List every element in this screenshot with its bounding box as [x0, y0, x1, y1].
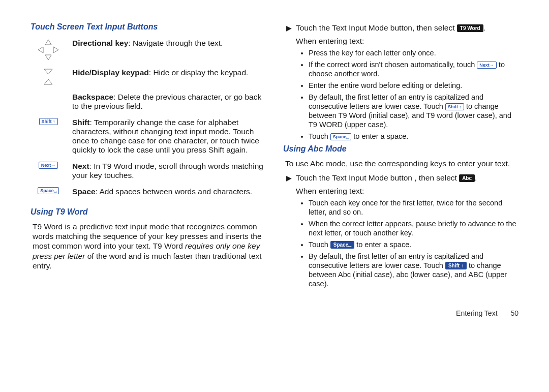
- footer-section: Entering Text: [456, 309, 497, 317]
- shift-key-inline-icon: Shift ↑: [445, 103, 464, 110]
- svg-marker-1: [45, 55, 51, 60]
- t9-bullet-1: Press the key for each letter only once.: [309, 49, 518, 58]
- page-footer: Entering Text 50: [283, 309, 518, 317]
- row-backspace: Backspace: Delete the previous character…: [30, 93, 266, 111]
- next-key-icon: Next→: [33, 162, 64, 169]
- when-entering-1: When entering text:: [296, 37, 485, 46]
- space-key-icon: Space⎵: [33, 187, 64, 194]
- footer-page-number: 50: [510, 309, 518, 317]
- shift-key-icon: Shift ↑: [33, 118, 64, 125]
- t9-bullets: Press the key for each letter only once.…: [283, 49, 518, 141]
- space-key-dark-icon: Space⎵: [330, 241, 354, 249]
- heading-touch-buttons: Touch Screen Text Input Buttons: [30, 22, 266, 32]
- hide-keypad-icon: [33, 68, 64, 85]
- abc-bullet-2: When the correct letter appears, pause b…: [309, 220, 518, 238]
- desc-next: Next: In T9 Word mode, scroll through wo…: [72, 162, 266, 180]
- abc-bullet-1: Touch each key once for the first letter…: [309, 199, 518, 217]
- play-arrow-icon: ▶: [286, 174, 292, 182]
- manual-page: Touch Screen Text Input Buttons Directio…: [0, 0, 549, 392]
- row-shift: Shift ↑ Shift: Temporarily change the ca…: [30, 118, 266, 155]
- row-space: Space⎵ Space: Add spaces between words a…: [30, 187, 266, 196]
- nav-diamond-icon: [33, 39, 64, 61]
- svg-marker-5: [44, 79, 52, 84]
- when-entering-2: When entering text:: [296, 187, 477, 196]
- step-select-abc: ▶ Touch the Text Input Mode button , the…: [283, 173, 518, 196]
- right-column: ▶ Touch the Text Input Mode button, then…: [283, 20, 518, 377]
- heading-t9word: Using T9 Word: [30, 207, 266, 217]
- shift-key-dark-icon: Shift ↑: [445, 262, 467, 269]
- row-directional: Directional key: Navigate through the te…: [30, 39, 266, 61]
- t9-bullet-3: Enter the entire word before editing or …: [309, 81, 518, 91]
- svg-marker-4: [44, 69, 52, 74]
- row-hidekeypad: Hide/Display keypad: Hide or display the…: [30, 68, 266, 85]
- space-key-inline-icon: Space⎵: [330, 133, 352, 140]
- desc-space: Space: Add spaces between words and char…: [72, 187, 266, 196]
- svg-marker-3: [53, 47, 58, 53]
- desc-hidekeypad: Hide/Display keypad: Hide or display the…: [72, 68, 266, 77]
- row-next: Next→ Next: In T9 Word mode, scroll thro…: [30, 162, 266, 180]
- heading-abc-mode: Using Abc Mode: [283, 144, 518, 154]
- desc-backspace: Backspace: Delete the previous character…: [72, 93, 266, 111]
- t9-bullet-4: By default, the first letter of an entry…: [309, 93, 518, 130]
- t9word-badge: T9 Word: [457, 24, 483, 32]
- play-arrow-icon: ▶: [286, 24, 292, 32]
- abc-bullets: Touch each key once for the first letter…: [283, 199, 518, 289]
- svg-marker-0: [45, 40, 51, 45]
- abc-badge: Abc: [459, 174, 475, 182]
- t9-bullet-2: If the correct word isn't chosen automat…: [309, 61, 518, 79]
- step-select-t9: ▶ Touch the Text Input Mode button, then…: [283, 23, 518, 46]
- left-column: Touch Screen Text Input Buttons Directio…: [30, 20, 266, 377]
- next-key-inline-icon: Next→: [477, 62, 497, 69]
- abc-bullet-3: Touch Space⎵ to enter a space.: [309, 240, 518, 250]
- desc-directional: Directional key: Navigate through the te…: [72, 39, 266, 48]
- t9-bullet-5: Touch Space⎵ to enter a space.: [309, 132, 518, 141]
- abc-bullet-4: By default, the first letter of an entry…: [309, 252, 518, 289]
- abc-intro: To use Abc mode, use the corresponding k…: [283, 159, 518, 168]
- t9word-paragraph: T9 Word is a predictive text input mode …: [30, 222, 266, 270]
- desc-shift: Shift: Temporarily change the case for a…: [72, 118, 266, 155]
- svg-marker-2: [38, 47, 43, 53]
